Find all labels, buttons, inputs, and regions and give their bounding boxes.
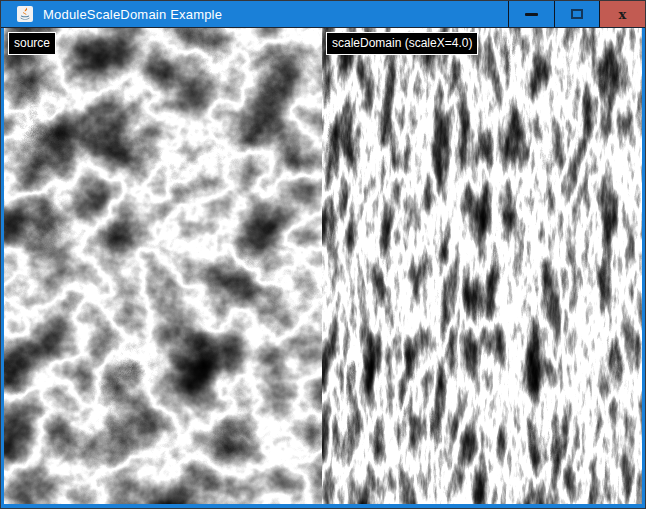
scaledomain-noise-image — [322, 28, 642, 504]
scaledomain-panel: scaleDomain (scaleX=4.0) — [322, 28, 642, 504]
window-controls: x — [508, 1, 645, 27]
minimize-button[interactable] — [508, 1, 554, 27]
close-button[interactable]: x — [599, 1, 645, 27]
titlebar[interactable]: ModuleScaleDomain Example x — [1, 1, 645, 28]
maximize-icon — [571, 9, 583, 19]
maximize-button[interactable] — [554, 1, 599, 27]
java-icon — [17, 6, 33, 22]
scaledomain-label: scaleDomain (scaleX=4.0) — [326, 32, 478, 55]
minimize-icon — [525, 13, 538, 16]
source-panel: source — [4, 28, 322, 504]
source-label: source — [8, 32, 56, 55]
source-noise-image — [4, 28, 322, 504]
window-title: ModuleScaleDomain Example — [43, 7, 222, 22]
render-area: source — [4, 28, 642, 504]
close-icon: x — [619, 8, 627, 21]
app-window: ModuleScaleDomain Example x — [0, 0, 646, 509]
